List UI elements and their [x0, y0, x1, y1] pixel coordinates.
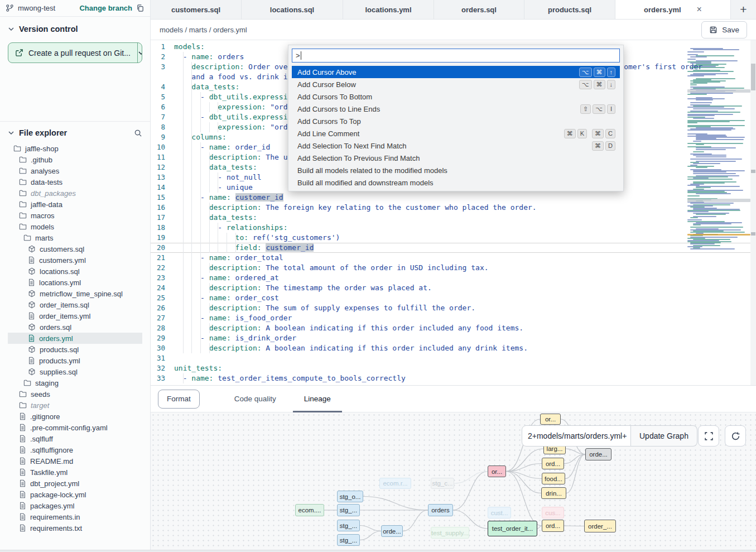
code-line[interactable]: 17 data_tests: [151, 213, 756, 223]
code-line[interactable]: 31 [151, 353, 756, 363]
lineage-node[interactable]: stg_... [337, 504, 360, 516]
lineage-node[interactable]: orde... [381, 525, 403, 537]
code-line[interactable]: 23 - name: ordered_at [151, 273, 756, 283]
fullscreen-button[interactable] [698, 425, 719, 447]
tree-item[interactable]: package-lock.yml [8, 489, 142, 500]
palette-item[interactable]: Build all models related to the modified… [292, 164, 620, 176]
tree-item[interactable]: models [8, 221, 142, 232]
tree-item[interactable]: .sqlfluffignore [8, 444, 142, 455]
tree-item[interactable]: .gitignore [8, 411, 142, 422]
code-line[interactable]: 30 description: A boolean indicating if … [151, 343, 756, 353]
lineage-node[interactable]: order_... [584, 520, 616, 532]
lineage-node[interactable]: test_supply... [431, 527, 469, 539]
tree-item[interactable]: requirements.txt [8, 522, 142, 534]
tree-item[interactable]: customers.yml [8, 255, 142, 266]
lineage-node[interactable]: orde... [585, 448, 611, 460]
tree-item[interactable]: order_items.yml [8, 310, 142, 321]
lineage-node[interactable]: ord... [542, 458, 564, 469]
minimap[interactable] [687, 48, 750, 251]
tree-item[interactable]: dbt_packages [8, 188, 142, 199]
tree-item[interactable]: marts [8, 232, 142, 243]
lineage-node[interactable]: or... [540, 414, 561, 425]
tree-item[interactable]: supplies.sql [8, 366, 142, 377]
tree-item[interactable]: locations.yml [8, 277, 142, 288]
tree-item[interactable]: data-tests [8, 176, 142, 188]
format-button[interactable]: Format [158, 390, 200, 409]
tree-item[interactable]: seeds [8, 388, 142, 400]
lineage-node[interactable]: food... [542, 473, 565, 484]
code-line[interactable]: 28 description: A boolean indicating if … [151, 323, 756, 333]
code-line[interactable]: 21 - name: order_total [151, 253, 756, 263]
tree-item[interactable]: analyses [8, 165, 142, 176]
tree-item[interactable]: dbt_project.yml [8, 478, 142, 489]
palette-item[interactable]: Add Cursors To Bottom [292, 90, 620, 103]
tab-orders.sql[interactable]: orders.sql [434, 0, 524, 19]
code-line[interactable]: 19 to: ref('stg_customers') [151, 233, 756, 243]
code-line[interactable]: 22 description: The total amount of the … [151, 263, 756, 273]
refresh-button[interactable] [725, 425, 746, 447]
lineage-node[interactable]: stg_o... [337, 491, 363, 502]
tab-orders.yml[interactable]: orders.yml× [615, 0, 731, 19]
tab-customers.sql[interactable]: customers.sql [151, 0, 242, 19]
tree-item[interactable]: staging [8, 377, 142, 388]
panel-tab-code-quality[interactable]: Code quality [234, 385, 276, 412]
lineage-node[interactable]: ord... [542, 520, 564, 532]
tab-locations.yml[interactable]: locations.yml [343, 0, 434, 19]
panel-tab-lineage[interactable]: Lineage [304, 385, 331, 412]
palette-item[interactable]: Build all modified and downstream models [292, 176, 620, 189]
code-line[interactable]: 33 - name: test_order_items_compute_to_b… [151, 373, 756, 383]
chevron-down-icon[interactable] [8, 129, 15, 136]
tree-item[interactable]: README.md [8, 455, 142, 467]
code-line[interactable]: 18 - relationships: [151, 223, 756, 233]
code-line[interactable]: 25 - name: order_cost [151, 293, 756, 303]
command-palette-input[interactable]: > [292, 49, 620, 63]
palette-item[interactable]: Add Selection To Previous Find Match [292, 152, 620, 164]
lineage-node[interactable]: ecom.r... [379, 478, 411, 489]
code-editor[interactable]: 1models:2 - name: orders3 description: O… [151, 40, 756, 385]
tree-item[interactable]: jaffle-shop [8, 143, 142, 154]
tab-locations.sql[interactable]: locations.sql [242, 0, 343, 19]
search-icon[interactable] [134, 129, 142, 137]
palette-item[interactable]: Add Selection To Next Find Match⌘D [292, 140, 620, 152]
code-line[interactable]: 29 - name: is_drink_order [151, 333, 756, 343]
code-line[interactable]: 20 field: customer_id [151, 243, 756, 253]
chevron-down-icon[interactable] [8, 26, 15, 32]
lineage-node[interactable]: ecom.... [295, 504, 324, 516]
tree-item[interactable]: .pre-commit-config.yaml [8, 422, 142, 433]
lineage-node[interactable]: orders [428, 504, 453, 516]
code-line[interactable]: 24 description: The timestamp the order … [151, 283, 756, 293]
lineage-node[interactable]: stg_c... [431, 478, 454, 489]
new-tab-button[interactable]: + [731, 0, 756, 19]
lineage-node[interactable]: cust... [488, 507, 511, 519]
create-pull-request-button[interactable]: Create a pull request on Git... [8, 42, 142, 63]
tree-item[interactable]: target [8, 400, 142, 411]
change-branch-link[interactable]: Change branch [79, 4, 132, 12]
tree-item[interactable]: orders.sql [8, 321, 142, 333]
code-line[interactable]: 32unit_tests: [151, 363, 756, 373]
tree-item[interactable]: customers.sql [8, 243, 142, 255]
tree-item[interactable]: products.yml [8, 355, 142, 366]
tree-item[interactable]: .sqlfluff [8, 433, 142, 444]
tree-item[interactable]: requirements.in [8, 511, 142, 522]
tree-item[interactable]: Taskfile.yml [8, 467, 142, 478]
editor-scrollbar[interactable] [750, 40, 756, 385]
code-line[interactable]: 16 description: The foreign key relating… [151, 203, 756, 213]
save-button[interactable]: Save [701, 21, 747, 39]
tab-products.sql[interactable]: products.sql [524, 0, 615, 19]
lineage-canvas[interactable]: ecom....stg_o...stg_...stg_...stg_...ord… [151, 412, 756, 550]
close-icon[interactable]: × [697, 5, 702, 14]
tree-item[interactable]: metricflow_time_spine.sql [8, 288, 142, 299]
pr-dropdown-caret[interactable] [138, 43, 142, 63]
scrollbar-thumb[interactable] [751, 64, 755, 90]
tree-item[interactable]: order_items.sql [8, 299, 142, 310]
tree-item[interactable]: .github [8, 154, 142, 165]
tree-item[interactable]: jaffle-data [8, 199, 142, 210]
tree-item[interactable]: products.sql [8, 344, 142, 355]
palette-item[interactable]: Add Line Comment⌘K⌘C [292, 127, 620, 140]
tree-item[interactable]: locations.sql [8, 266, 142, 277]
lineage-node[interactable]: stg_... [337, 520, 360, 531]
lineage-node[interactable]: test_order_it... [488, 521, 537, 536]
code-line[interactable]: 15 - name: customer_id [151, 193, 756, 203]
code-line[interactable]: 26 description: The sum of supply expens… [151, 303, 756, 313]
tree-item[interactable]: orders.yml [8, 333, 142, 344]
